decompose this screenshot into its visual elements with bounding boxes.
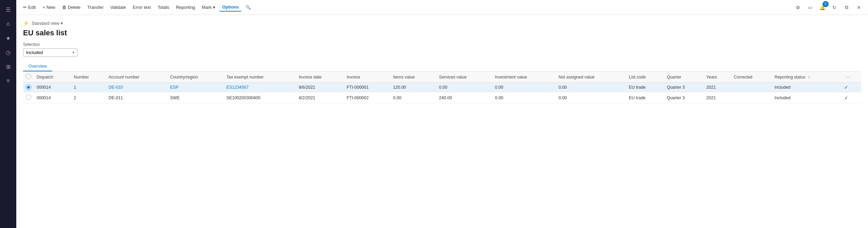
services-value-header: Services value [436,72,492,83]
row2-reporting-status: Included [772,92,842,103]
row2-list-code: EU trade [626,92,664,103]
reporting-status-header: Reporting status ▽ [772,72,842,83]
column-more-icon[interactable]: ⋯ [846,74,850,80]
years-header: Years [704,72,731,83]
row1-account-number[interactable]: DE-010 [106,83,167,92]
clock-icon[interactable]: ◷ [1,46,15,59]
toolbar: ✏ Edit + New 🗑 Delete Transfer Validate … [16,0,868,15]
not-assigned-value-header: Not assigned value [556,72,626,83]
row1-check-icon: ✓ [844,85,848,90]
new-button[interactable]: + New [40,3,58,11]
home-icon[interactable]: ⌂ [1,17,15,31]
sidebar: ☰ ⌂ ★ ◷ ⊞ ≡ [0,0,16,228]
settings-button[interactable]: ⚙ [793,2,803,13]
row2-invoice-date: 8/2/2021 [296,92,344,103]
row1-select-cell[interactable] [23,83,34,92]
view-dropdown-icon: ▾ [61,21,63,26]
filter-icon[interactable]: ⚡ [23,20,29,26]
row1-corrected [731,83,772,92]
grid-icon[interactable]: ⊞ [1,60,15,73]
reporting-button[interactable]: Reporting [173,3,198,11]
hamburger-icon[interactable]: ☰ [1,3,15,16]
close-button[interactable]: ✕ [854,2,864,13]
row2-items-value: 0.00 [390,92,436,103]
list-icon[interactable]: ≡ [1,74,15,88]
row1-list-code: EU trade [626,83,664,92]
search-button[interactable]: 🔍 [243,3,254,11]
validate-button[interactable]: Validate [108,3,129,11]
row1-number: 1 [71,83,106,92]
selection-area: Selection Included Excluded All ▾ [23,42,861,57]
delete-icon: 🗑 [62,5,66,10]
row2-check-icon: ✓ [844,95,848,101]
notification-badge: 0 [823,1,829,7]
row1-country-link[interactable]: ESP [170,85,179,90]
table-row[interactable]: 000014 2 DE-011 SWE SE100200300400 8/2/2… [23,92,861,103]
mark-dropdown-icon: ▾ [213,5,215,10]
delete-button[interactable]: 🗑 Delete [59,3,83,11]
search-icon: 🔍 [245,5,251,10]
error-text-button[interactable]: Error text [130,3,154,11]
account-number-header: Account number [106,72,167,83]
row1-tax-exempt: ES1234567 [224,83,296,92]
view-label: Standard view [32,21,59,26]
data-table: Dispatch Number Account number Country/r… [23,72,861,103]
main-content: ✏ Edit + New 🗑 Delete Transfer Validate … [16,0,868,228]
quarter-header: Quarter [664,72,704,83]
restore-button[interactable]: ⧉ [842,2,852,13]
page-title: EU sales list [23,29,861,37]
restore-icon: ⧉ [845,4,848,10]
row2-corrected [731,92,772,103]
row1-tax-link[interactable]: ES1234567 [226,85,249,90]
row2-country-region: SWE [167,92,224,103]
close-icon: ✕ [857,5,861,10]
row1-years: 2021 [704,83,731,92]
row1-radio[interactable] [26,85,31,90]
overview-tab[interactable]: Overview [23,62,52,71]
row2-services-value: 240.00 [436,92,492,103]
selection-select[interactable]: Included Excluded All [26,50,73,55]
dropdown-arrow-icon: ▾ [73,51,74,54]
row2-radio[interactable] [26,94,31,100]
row1-dispatch: 000014 [34,83,71,92]
transfer-button[interactable]: Transfer [85,3,106,11]
totals-button[interactable]: Totals [155,3,172,11]
tab-row: Overview [23,62,861,72]
mark-button[interactable]: Mark ▾ [199,3,218,11]
notification-container: 🔔 0 [817,2,827,13]
row2-select-cell[interactable] [23,92,34,103]
invoice-header: Invoice [344,72,391,83]
corrected-header: Corrected [731,72,772,83]
list-code-header: List code [626,72,664,83]
reporting-status-filter-icon[interactable]: ▽ [808,75,810,79]
tax-exempt-header: Tax exempt number [224,72,296,83]
panel-toggle-button[interactable]: ▭ [805,2,815,13]
table-header-row: Dispatch Number Account number Country/r… [23,72,861,83]
edit-icon: ✏ [23,5,27,10]
dispatch-header: Dispatch [34,72,71,83]
table-row[interactable]: 000014 1 DE-010 ESP ES1234567 8/6/2021 F… [23,83,861,92]
options-button[interactable]: Options [219,3,241,12]
edit-button[interactable]: ✏ Edit [20,3,38,11]
view-selector[interactable]: Standard view ▾ [32,21,63,26]
row1-not-assigned-value: 0.00 [556,83,626,92]
row1-account-link[interactable]: DE-010 [108,85,123,90]
selection-dropdown[interactable]: Included Excluded All ▾ [23,48,77,57]
header-checkbox[interactable] [26,74,31,79]
panel-icon: ▭ [808,5,812,10]
country-region-header: Country/region [167,72,224,83]
row1-quarter: Quarter 3 [664,83,704,92]
refresh-button[interactable]: ↻ [829,2,840,13]
refresh-icon: ↻ [832,5,836,10]
row2-quarter: Quarter 3 [664,92,704,103]
row2-invoice: FTI-000002 [344,92,391,103]
select-column-header [23,72,34,83]
investment-value-header: Investment value [492,72,556,83]
row2-dispatch: 000014 [34,92,71,103]
row1-services-value: 0.00 [436,83,492,92]
row2-not-assigned-value: 0.00 [556,92,626,103]
row1-country-region: ESP [167,83,224,92]
actions-header: ⋯ [842,72,861,83]
invoice-date-header: Invoice date [296,72,344,83]
star-icon[interactable]: ★ [1,31,15,45]
